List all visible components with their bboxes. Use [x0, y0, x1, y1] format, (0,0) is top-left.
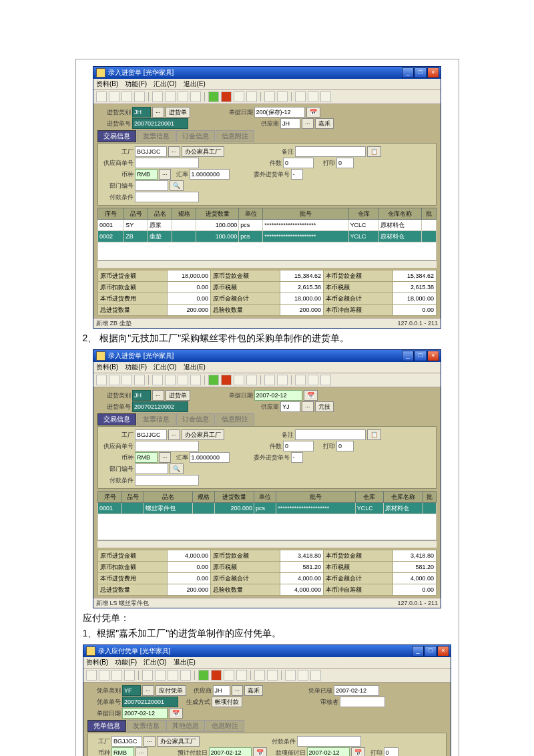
items-grid[interactable]: 序号品号品名 规格进货数量单位 批号仓库仓库名称批 0001SY原浆 100.0…	[97, 208, 437, 260]
calendar-icon[interactable]: 📅	[351, 747, 365, 756]
supplier-field[interactable]: JH	[280, 118, 300, 129]
maximize-button[interactable]: □	[415, 67, 427, 78]
lookup-button[interactable]: ···	[152, 107, 164, 118]
tab-transaction[interactable]: 交易信息	[97, 130, 136, 142]
table-row: 0001SY原浆 100.000pcs ********************…	[98, 220, 437, 231]
tool-icon[interactable]	[121, 91, 132, 102]
tool-icon[interactable]	[320, 91, 331, 102]
table-row: 0002ZB坐垫 100.000pcs ********************…	[98, 231, 437, 242]
close-button[interactable]: ×	[427, 67, 439, 78]
app-icon	[96, 68, 105, 77]
app-icon	[96, 351, 105, 361]
tool-icon[interactable]	[308, 91, 318, 102]
tool-icon[interactable]	[295, 91, 306, 102]
menu-item[interactable]: 退出(E)	[184, 79, 206, 89]
window-title: 录入应付凭单 [光华家具]	[98, 646, 170, 656]
items-grid[interactable]: 序号品号品名 规格进货数量单位 批号仓库仓库名称批 0001螺丝零件包 200.…	[97, 491, 437, 540]
status-right: 127.0.0.1 - 211	[397, 320, 438, 327]
lookup-button[interactable]: ···	[168, 146, 180, 157]
tool-icon[interactable]	[264, 91, 275, 102]
cat-label: 进货类别	[97, 108, 131, 117]
date-field[interactable]: 200(保存)-12	[254, 107, 305, 118]
window-title: 录入进货单 [光华家具]	[108, 68, 174, 77]
document-text: 2、 根据向"元技加工厂"采购螺丝零件包的采购单制作的进货单。	[83, 331, 453, 345]
tab-deposit[interactable]: 订金信息	[176, 130, 215, 142]
cancel-icon[interactable]	[211, 670, 222, 681]
screenshot-2: 录入进货单 [光华家具] _ □ × 资料(B) 功能(F) 汇出(O) 退出(…	[93, 349, 441, 608]
cat-field[interactable]: JH	[132, 107, 151, 118]
document-text: 应付凭单：	[83, 611, 453, 625]
calendar-icon[interactable]: 📅	[253, 747, 267, 756]
scrollbar[interactable]	[97, 260, 437, 268]
cancel-icon[interactable]	[221, 375, 232, 385]
docnum-field[interactable]: 200702120001	[132, 118, 188, 129]
lookup-button[interactable]: 🔍	[170, 180, 184, 191]
calendar-icon[interactable]: 📅	[169, 708, 183, 719]
status-left: 新增 ZB 坐垫	[96, 319, 131, 328]
docnum-label: 进货单号	[97, 120, 131, 128]
tool-icon[interactable]	[246, 91, 257, 102]
menu-item[interactable]: 功能(F)	[125, 79, 147, 89]
confirm-icon[interactable]	[198, 670, 209, 681]
table-row: 0001螺丝零件包 200.000pcs *******************…	[98, 503, 437, 514]
lookup-button[interactable]: ···	[302, 118, 314, 129]
calendar-icon[interactable]: 📅	[306, 107, 320, 118]
screenshot-3: 录入应付凭单 [光华家具] _ □ × 资料(B) 功能(F) 汇出(O) 退出…	[83, 644, 451, 756]
totals-grid: 原币进货金额18,000.00 原币货款金额15,384.62 本币货款金额15…	[97, 270, 437, 316]
cancel-icon[interactable]	[221, 91, 232, 102]
close-button[interactable]: ×	[437, 646, 449, 656]
close-button[interactable]: ×	[427, 351, 439, 361]
minimize-button[interactable]: _	[402, 67, 414, 78]
scrollbar[interactable]	[97, 540, 437, 548]
menu-item[interactable]: 汇出(O)	[154, 79, 176, 89]
nav-next-icon[interactable]	[178, 91, 188, 102]
tab-notes[interactable]: 信息附注	[216, 130, 254, 142]
nav-last-icon[interactable]	[190, 91, 201, 102]
tool-icon[interactable]	[134, 91, 145, 102]
nav-first-icon[interactable]	[152, 91, 163, 102]
minimize-button[interactable]: _	[412, 646, 424, 656]
supplier-label: 供应商	[246, 120, 279, 128]
lookup-button[interactable]: ···	[159, 169, 171, 180]
window-title: 录入进货单 [光华家具]	[108, 351, 174, 361]
nav-prev-icon[interactable]	[165, 91, 176, 102]
supplier-name: 嘉禾	[315, 118, 334, 129]
screenshot-1: 录入进货单 [光华家具] _ □ × 资料(B) 功能(F) 汇出(O) 退出(…	[93, 66, 441, 329]
tool-icon[interactable]	[109, 91, 119, 102]
tool-icon[interactable]	[96, 91, 107, 102]
calendar-icon[interactable]: 📅	[304, 390, 318, 401]
confirm-icon[interactable]	[208, 375, 219, 385]
menu-item[interactable]: 资料(B)	[96, 79, 118, 89]
tool-icon[interactable]	[234, 91, 244, 102]
toolbar	[93, 90, 441, 104]
menu-bar: 资料(B) 功能(F) 汇出(O) 退出(E)	[93, 79, 441, 90]
document-text: 1、根据"嘉禾加工厂"的进货单制作的应付凭单。	[83, 626, 453, 640]
maximize-button[interactable]: □	[425, 646, 437, 656]
doc-type-button[interactable]: 进货单	[166, 107, 190, 118]
app-icon	[86, 646, 95, 656]
title-bar: 录入进货单 [光华家具] _ □ ×	[93, 67, 441, 79]
confirm-icon[interactable]	[208, 91, 219, 102]
tool-icon[interactable]	[277, 91, 288, 102]
maximize-button[interactable]: □	[415, 351, 427, 361]
tab-invoice[interactable]: 发票信息	[137, 130, 176, 142]
lookup-button[interactable]: 📋	[367, 146, 381, 157]
date-label: 单据日期	[220, 108, 253, 117]
minimize-button[interactable]: _	[402, 351, 414, 361]
